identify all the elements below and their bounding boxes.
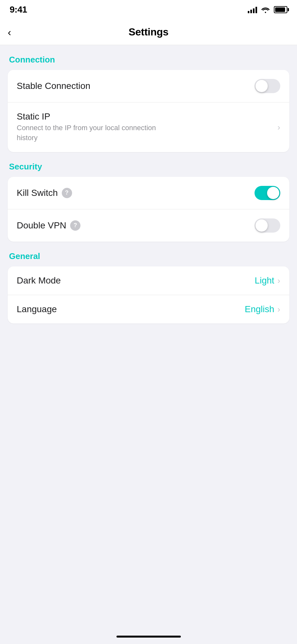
back-button[interactable]: ‹ <box>8 27 11 37</box>
battery-icon <box>274 6 287 13</box>
status-icons <box>248 6 287 13</box>
language-right: English › <box>245 304 280 314</box>
dark-mode-label: Dark Mode <box>17 275 61 286</box>
static-ip-row[interactable]: Static IP Connect to the IP from your lo… <box>8 102 289 152</box>
status-bar: 9:41 <box>0 0 297 19</box>
stable-connection-row[interactable]: Stable Connection <box>8 70 289 102</box>
dark-mode-right: Light › <box>255 275 280 286</box>
double-vpn-help-icon[interactable]: ? <box>70 220 80 231</box>
general-card: Dark Mode Light › Language English › <box>8 266 289 323</box>
security-section: Security Kill Switch ? <box>8 162 289 242</box>
stable-connection-label: Stable Connection <box>17 81 90 91</box>
connection-section: Connection Stable Connection Static IP <box>8 55 289 152</box>
static-ip-right: › <box>277 123 280 131</box>
double-vpn-label-group: Double VPN ? <box>17 220 80 231</box>
language-row[interactable]: Language English › <box>8 295 289 323</box>
language-value: English <box>245 304 274 314</box>
stable-connection-toggle-thumb <box>255 80 268 92</box>
double-vpn-row[interactable]: Double VPN ? <box>8 209 289 242</box>
language-chevron-icon: › <box>277 305 280 313</box>
kill-switch-right <box>255 186 280 200</box>
general-section-title: General <box>8 251 289 261</box>
double-vpn-toggle-thumb <box>255 219 268 232</box>
status-time: 9:41 <box>10 5 27 15</box>
page-title: Settings <box>129 26 169 38</box>
kill-switch-row[interactable]: Kill Switch ? <box>8 177 289 209</box>
kill-switch-toggle-thumb <box>267 187 279 199</box>
stable-connection-toggle[interactable] <box>255 79 280 93</box>
kill-switch-label: Kill Switch <box>17 188 58 198</box>
connection-section-title: Connection <box>8 55 289 65</box>
general-section: General Dark Mode Light › Language Engli… <box>8 251 289 323</box>
dark-mode-chevron-icon: › <box>277 276 280 285</box>
wifi-icon <box>261 6 270 13</box>
dark-mode-value: Light <box>255 275 274 286</box>
signal-bars-icon <box>248 6 257 13</box>
stable-connection-right <box>255 79 280 93</box>
nav-header: ‹ Settings <box>0 19 297 45</box>
main-content: Connection Stable Connection Static IP <box>0 45 297 343</box>
kill-switch-label-group: Kill Switch ? <box>17 188 72 198</box>
double-vpn-toggle[interactable] <box>255 218 280 233</box>
static-ip-sublabel: Connect to the IP from your local connec… <box>17 123 178 143</box>
static-ip-label: Static IP <box>17 111 178 122</box>
double-vpn-label: Double VPN <box>17 220 66 231</box>
static-ip-chevron-icon: › <box>277 123 280 131</box>
language-label: Language <box>17 304 57 314</box>
phone-frame: 9:41 ‹ Settings <box>0 0 297 644</box>
security-card: Kill Switch ? Double VPN ? <box>8 177 289 242</box>
kill-switch-toggle[interactable] <box>255 186 280 200</box>
connection-card: Stable Connection Static IP Connect to t… <box>8 70 289 152</box>
kill-switch-help-icon[interactable]: ? <box>62 188 72 198</box>
double-vpn-right <box>255 218 280 233</box>
static-ip-label-group: Static IP Connect to the IP from your lo… <box>17 111 178 143</box>
home-indicator <box>116 636 181 638</box>
security-section-title: Security <box>8 162 289 172</box>
dark-mode-row[interactable]: Dark Mode Light › <box>8 266 289 295</box>
